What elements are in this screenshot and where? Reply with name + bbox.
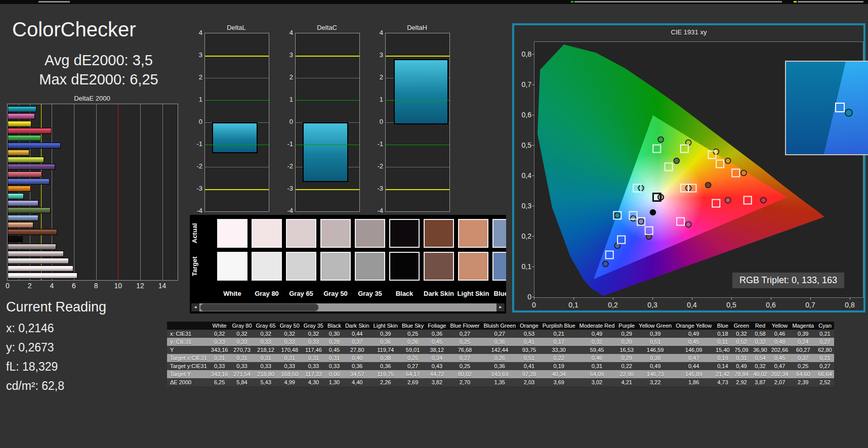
column-header: Cyan <box>816 322 834 330</box>
y-tick-label: -2 <box>190 162 202 170</box>
deltae-bar-yellow <box>8 121 31 127</box>
swatch-target-gray-50[interactable] <box>320 252 351 281</box>
table-cell: 0,24 <box>790 338 816 346</box>
cie-measured-red <box>761 198 766 203</box>
swatch-target-white[interactable] <box>217 252 247 281</box>
y-tick-label: -3 <box>281 185 293 192</box>
swatch-actual-white[interactable] <box>217 219 247 248</box>
swatch-actual-dark-skin[interactable] <box>424 219 454 248</box>
table-cell: 0,53 <box>518 330 541 338</box>
table-row: Target x:CIE310,310,310,310,310,310,310,… <box>167 354 834 362</box>
table-cell: 0,32 <box>230 330 254 338</box>
cie-x-tick-label: 0,2 <box>606 301 620 309</box>
table-cell: 2,07 <box>769 378 791 386</box>
guide-line <box>386 100 449 101</box>
table-cell: 0,27 <box>816 362 834 370</box>
table-cell: 202,34 <box>769 370 791 378</box>
table-cell: 168,50 <box>278 370 302 378</box>
cie-x-tick <box>692 297 692 300</box>
table-cell: 6,25 <box>209 378 230 386</box>
swatch-target-black[interactable] <box>389 252 420 281</box>
table-cell: 0,45 <box>674 338 714 346</box>
cie-y-tick <box>532 266 534 267</box>
table-cell: 0,46 <box>769 330 791 338</box>
table-cell: 0,00 <box>325 370 343 378</box>
swatch-actual-blue-sky[interactable] <box>492 219 506 248</box>
current-reading-fl: fL: 18,329 <box>6 360 58 374</box>
y-tick-label: 0 <box>190 118 202 125</box>
table-cell: 4,21 <box>616 378 637 386</box>
table-cell: 0,21 <box>541 330 577 338</box>
top-strip-green-fragment <box>571 1 573 3</box>
cie-measured-blue <box>603 261 608 267</box>
guide-line <box>386 189 449 190</box>
table-cell: 16,53 <box>616 346 637 354</box>
swatch-target-light-skin[interactable] <box>458 252 488 281</box>
deltae-bar-purplish-blue <box>8 178 50 185</box>
cie-target-foliage <box>665 163 673 171</box>
table-cell: 15,40 <box>714 346 732 354</box>
swatch-scrollbar[interactable]: ◄ ► <box>191 303 505 311</box>
table-cell: 0,45 <box>426 338 448 346</box>
deltae-bar-bluish-green <box>8 193 24 199</box>
swatch-actual-gray-35[interactable] <box>355 219 385 248</box>
table-cell: 146,59 <box>637 346 674 354</box>
table-cell: 0,19 <box>714 354 732 362</box>
swatch-target-gray-80[interactable] <box>252 252 282 281</box>
deltae-bar-chart <box>7 104 178 281</box>
cie-y-tick <box>532 297 534 297</box>
current-reading-x: x: 0,2146 <box>6 322 54 335</box>
table-cell: 0,27 <box>448 354 481 362</box>
table-cell: 0,21 <box>816 354 834 362</box>
deltae-bar-blue-flower <box>8 200 38 206</box>
top-strip-segment <box>798 1 863 3</box>
table-cell: 0,58 <box>751 330 769 338</box>
table-cell: 0,11 <box>714 338 732 346</box>
page-title: ColorChecker <box>12 18 136 41</box>
swatch-actual-black[interactable] <box>389 219 420 248</box>
scrollbar-thumb[interactable] <box>200 303 319 311</box>
row-label: Target Y <box>167 370 209 378</box>
swatch-target-blue-sky[interactable] <box>492 252 506 281</box>
current-reading-cdm2: cd/m²: 62,8 <box>6 379 64 393</box>
cie-1931-panel[interactable]: CIE 1931 xy 00,10,20,30,40,50,60,70,800,… <box>512 23 865 312</box>
table-cell: 0,22 <box>541 354 577 362</box>
swatch-actual-gray-50[interactable] <box>320 219 351 248</box>
scrollbar-left-arrow-icon[interactable]: ◄ <box>191 303 199 311</box>
table-cell: 0,39 <box>371 330 400 338</box>
swatch-target-dark-skin[interactable] <box>424 252 454 281</box>
table-cell: 0,44 <box>343 330 371 338</box>
deltae-bar-cyan <box>8 106 36 112</box>
y-tick-label: -3 <box>371 185 383 192</box>
row-label: Target y:CIE31 <box>167 362 209 370</box>
gridline <box>74 104 74 280</box>
table-cell: 117,33 <box>302 370 325 378</box>
table-cell: 0,30 <box>325 330 343 338</box>
swatch-actual-gray-80[interactable] <box>252 219 282 248</box>
table-cell: 170,48 <box>278 346 302 354</box>
scrollbar-right-arrow-icon[interactable]: ► <box>497 303 505 311</box>
swatch-target-gray-65[interactable] <box>286 252 316 281</box>
table-cell: 27,80 <box>343 346 371 354</box>
swatch-actual-light-skin[interactable] <box>458 219 488 248</box>
swatch-target-gray-35[interactable] <box>355 252 385 281</box>
cie-x-tick-label: 0 <box>527 301 541 309</box>
cie-target-moderate-red <box>712 200 720 207</box>
x-tick-label: 8 <box>91 282 101 290</box>
cie-x-tick <box>771 297 771 300</box>
table-cell: 76,68 <box>448 346 481 354</box>
cie-y-tick <box>532 54 534 55</box>
table-cell: 0,33 <box>230 362 254 370</box>
table-cell: 0,27 <box>448 330 481 338</box>
table-cell: 0,48 <box>769 338 791 346</box>
table-cell: 145,89 <box>674 370 714 378</box>
gridline <box>296 78 359 78</box>
deltae-bar-foliage <box>8 207 51 213</box>
swatch-label: Light Skin <box>456 290 490 297</box>
table-cell: 0,33 <box>209 362 230 370</box>
cie-chart-title: CIE 1931 xy <box>514 28 863 36</box>
swatch-actual-gray-65[interactable] <box>286 219 316 248</box>
table-cell: 0,34 <box>426 354 448 362</box>
table-cell: 0,36 <box>371 362 400 370</box>
table-cell: 38,12 <box>426 346 448 354</box>
